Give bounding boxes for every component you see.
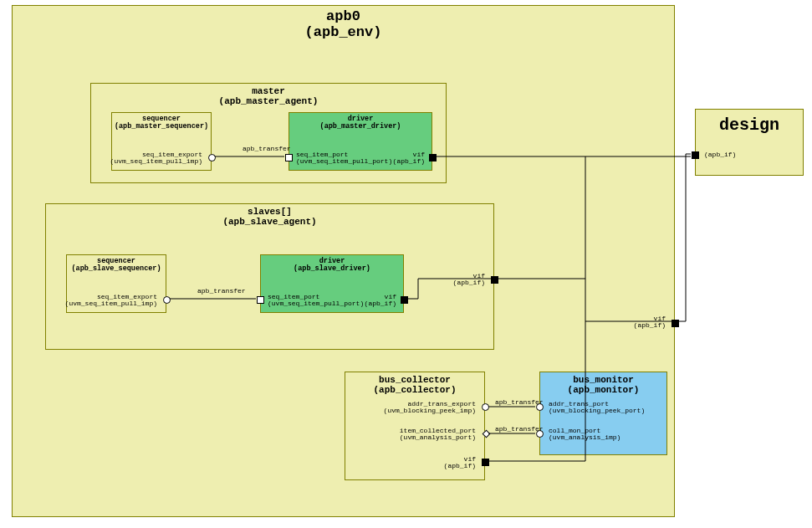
bus-collector-title: bus_collector (apb_collector) [345,372,484,395]
master-agent-title: master (apb_master_agent) [91,84,446,106]
slave-sequencer-title: sequencer (apb_slave_sequencer) [67,255,166,274]
slave-driver-port-right-icon [401,296,408,304]
slave-agent-title: slaves[] (apb_slave_agent) [46,204,493,227]
env-port-vif: vif (apb_if) [634,315,666,330]
master-agent: master (apb_master_agent) sequencer (apb… [90,83,447,183]
bus-collector-port3: vif (apb_if) [444,456,476,470]
master-sequencer: sequencer (apb_master_sequencer) seq_ite… [111,112,212,171]
bus-collector: bus_collector (apb_collector) addr_trans… [345,372,485,480]
bus-monitor: bus_monitor (apb_monitor) addr_trans_por… [539,372,667,455]
env-title: apb0 (apb_env) [13,6,674,40]
slave-driver-port-left-icon [257,296,264,304]
bus-monitor-title: bus_monitor (apb_monitor) [540,372,666,395]
design-port-vif: (apb_if) [704,151,736,158]
slave-sequencer-port-icon [163,296,171,304]
slave-conn-label: apb_transfer [197,287,246,295]
master-sequencer-title: sequencer (apb_master_sequencer) [112,113,211,131]
env-title-line2: (apb_env) [305,24,382,40]
env-title-line1: apb0 [326,8,360,24]
master-driver-port-right: vif (apb_if) [393,151,425,166]
coll-mon-label2: apb_transfer [495,425,544,433]
slave-driver-port-left: seq_item_port (uvm_seq_item_pull_port) [268,294,364,308]
slave-sequencer-port: seq_item_export (uvm_seq_item_pull_imp) [65,294,157,308]
bus-collector-port1: addr_trans_export (uvm_blocking_peek_imp… [384,401,476,415]
design-block: design (apb_if) [695,109,804,176]
slave-sequencer: sequencer (apb_slave_sequencer) seq_item… [66,254,166,313]
master-sequencer-port: seq_item_export (uvm_seq_item_pull_imp) [110,151,202,166]
bus-collector-port1-icon [482,403,489,411]
bus-monitor-port2: coll_mon_port (uvm_analysis_imp) [549,428,620,442]
slave-driver-title: driver (apb_slave_driver) [261,255,403,274]
slave-driver: driver (apb_slave_driver) seq_item_port … [260,254,404,313]
master-driver-port-left-icon [285,154,293,161]
bus-monitor-port1: addr_trans_port (uvm_blocking_peek_port) [549,401,645,415]
bus-collector-port2: item_collected_port (uvm_analysis_port) [400,428,476,442]
master-sequencer-port-icon [208,154,216,161]
bus-collector-port3-icon [482,459,489,466]
slave-agent: slaves[] (apb_slave_agent) sequencer (ap… [45,203,494,350]
master-driver-title: driver (apb_master_driver) [289,113,432,131]
master-driver-port-left: seq_item_port (uvm_seq_item_pull_port) [296,151,392,166]
master-driver: driver (apb_master_driver) seq_item_port… [289,112,432,171]
master-driver-port-right-icon [429,154,437,161]
slave-driver-port-right: vif (apb_if) [365,294,396,308]
diagram-canvas: apb0 (apb_env) vif (apb_if) design (apb_… [0,0,812,528]
env-port-vif-icon [672,320,679,327]
master-conn-label: apb_transfer [243,145,291,152]
slave-agent-port-vif: vif (apb_if) [453,273,485,287]
coll-mon-label1: apb_transfer [495,398,544,406]
design-title: design [696,110,803,135]
slave-agent-port-vif-icon [491,276,498,284]
design-port-vif-icon [692,151,699,159]
